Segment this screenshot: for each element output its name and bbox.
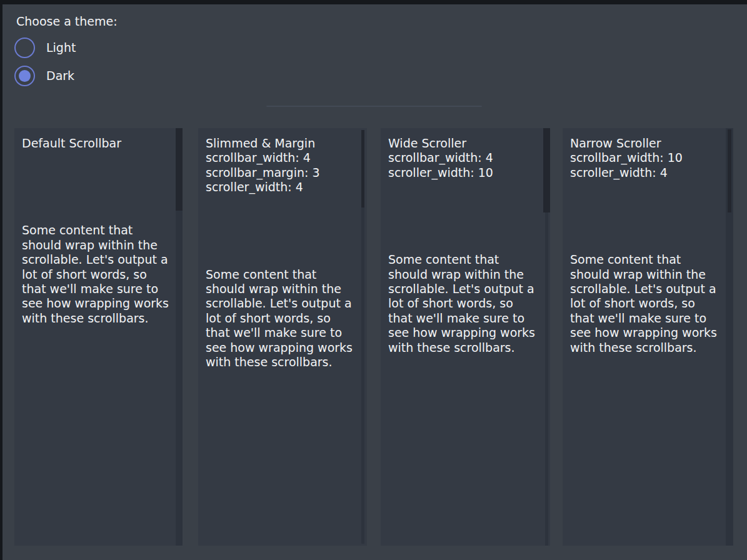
- radio-option-dark[interactable]: Dark: [14, 65, 74, 86]
- panel-title: Default Scrollbar: [22, 128, 169, 151]
- panel-slimmed-margin[interactable]: Slimmed & Margin scrollbar_width: 4 scro…: [198, 128, 367, 546]
- panel-content: Some content that should wrap within the…: [570, 252, 717, 355]
- panel-narrow-scroller[interactable]: Narrow Scroller scrollbar_width: 10 scro…: [563, 128, 733, 546]
- horizontal-divider: [266, 106, 482, 107]
- panel-content: Some content that should wrap within the…: [22, 223, 169, 326]
- vertical-scrollbar-thumb[interactable]: [728, 129, 731, 212]
- radio-option-label: Dark: [46, 69, 74, 83]
- panel-default-scrollbar[interactable]: Default Scrollbar Some content that shou…: [14, 128, 183, 546]
- radio-button-icon[interactable]: [14, 38, 35, 58]
- panel-title: Narrow Scroller: [570, 128, 717, 151]
- vertical-scrollbar-track[interactable]: [545, 128, 548, 546]
- panel-params: scrollbar_width: 10 scroller_width: 4: [570, 151, 717, 180]
- panel-title: Wide Scroller: [388, 128, 535, 151]
- vertical-scrollbar-thumb[interactable]: [543, 128, 550, 212]
- vertical-scrollbar-thumb[interactable]: [176, 128, 183, 211]
- panel-content: Some content that should wrap within the…: [206, 268, 353, 370]
- vertical-scrollbar-track[interactable]: [361, 130, 364, 544]
- app-window: Choose a theme: Light Dark Default Scrol…: [3, 4, 747, 560]
- panel-title: Slimmed & Margin: [206, 128, 353, 151]
- radio-option-light[interactable]: Light: [14, 37, 76, 58]
- panel-content: Some content that should wrap within the…: [388, 252, 535, 355]
- radio-button-icon[interactable]: [14, 66, 35, 86]
- radio-option-label: Light: [46, 41, 76, 55]
- radio-selected-dot: [19, 70, 31, 82]
- theme-picker-label: Choose a theme:: [16, 14, 118, 29]
- panel-params: scrollbar_width: 4 scroller_width: 10: [388, 151, 535, 180]
- panel-wide-scroller[interactable]: Wide Scroller scrollbar_width: 4 scrolle…: [381, 128, 550, 546]
- vertical-scrollbar-track[interactable]: [726, 128, 733, 546]
- panel-params: scrollbar_width: 4 scrollbar_margin: 3 s…: [206, 151, 353, 194]
- vertical-scrollbar-track[interactable]: [176, 128, 183, 546]
- vertical-scrollbar-thumb[interactable]: [361, 130, 364, 208]
